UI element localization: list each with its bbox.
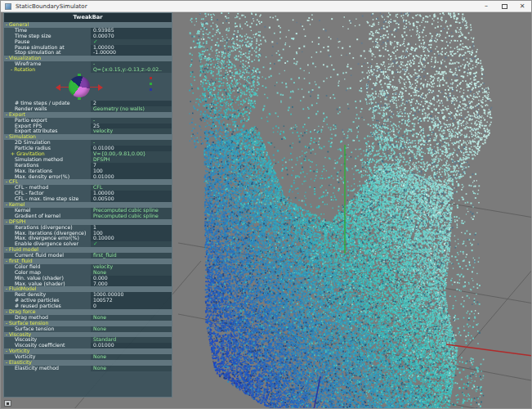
param-row-min-value-shader-[interactable]: Min. value (shader)0.000 xyxy=(4,276,172,281)
param-row-wireframe[interactable]: Wireframe- xyxy=(4,61,172,67)
param-row-enable-divergence-solver[interactable]: Enable divergence solver✓ xyxy=(4,241,172,247)
param-value[interactable]: 7.000 xyxy=(91,281,172,287)
tweakbar-collapse-icon[interactable] xyxy=(4,400,11,407)
group-header-fluid-model[interactable]: -Fluid model xyxy=(4,247,172,253)
param-row-partio-export[interactable]: Partio export- xyxy=(4,118,172,124)
param-value[interactable]: 0.00070 xyxy=(91,34,172,39)
param-value[interactable]: None xyxy=(91,354,172,360)
param-value[interactable]: Precomputed cubic spline xyxy=(91,208,172,213)
param-row-max-value-shader-[interactable]: Max. value (shader)7.000 xyxy=(4,281,172,287)
param-row-elasticity-method[interactable]: Elasticity methodNone xyxy=(4,366,172,371)
param-value[interactable]: CFL xyxy=(91,185,172,191)
close-button[interactable]: ✕ xyxy=(513,1,531,11)
param-row-viscosity[interactable]: ViscosityStandard xyxy=(4,337,172,343)
param-value[interactable]: None xyxy=(91,270,172,276)
param-row-cfl-method[interactable]: CFL - methodCFL xyxy=(4,185,172,191)
param-value[interactable]: 100 xyxy=(91,231,172,236)
param-value[interactable]: 1.00000 xyxy=(91,191,172,196)
param-row-viscosity-coefficient[interactable]: Viscosity coefficient0.01000 xyxy=(4,343,172,348)
param-row-rotation[interactable]: - RotationQ={x:0.15,y:-0.13,z:-0.02.. xyxy=(4,67,172,73)
param-row-max-iterations[interactable]: Max. iterations100 xyxy=(4,169,172,174)
param-value[interactable]: velocity xyxy=(91,264,172,270)
group-header-dfsph[interactable]: -DFSPH xyxy=(4,219,172,225)
param-value[interactable]: 1.00000 xyxy=(91,45,172,51)
param-value[interactable]: 100 xyxy=(91,169,172,174)
param-value[interactable]: 1 xyxy=(91,225,172,231)
param-row-2d-simulation[interactable]: 2D Simulation- xyxy=(4,140,172,146)
param-row-time-step-size[interactable]: Time step size0.00070 xyxy=(4,34,172,39)
param-row-time[interactable]: Time0.93985 xyxy=(4,28,172,34)
param-value[interactable]: ✓ xyxy=(91,241,172,247)
group-header-general[interactable]: -General xyxy=(4,22,172,28)
param-value[interactable]: 0.01000 xyxy=(91,343,172,348)
param-value[interactable]: 0.10000 xyxy=(91,236,172,241)
group-header-surface-tension[interactable]: -Surface tension xyxy=(4,321,172,326)
param-row-max-density-error-[interactable]: Max. density error(%)0.01000 xyxy=(4,174,172,180)
param-row-gradient-of-kernel[interactable]: Gradient of kernelPrecomputed cubic spli… xyxy=(4,213,172,219)
param-value[interactable]: V={0.00,-9.81,0.00} xyxy=(91,151,172,157)
param-value[interactable]: 0.00500 xyxy=(91,196,172,202)
param-value[interactable]: 100572 xyxy=(91,298,172,303)
param-value[interactable]: None xyxy=(91,315,172,321)
param-row-max-iterations-divergence-[interactable]: Max. iterations (divergence)100 xyxy=(4,231,172,236)
arcball-sphere-icon[interactable] xyxy=(69,76,90,97)
param-row-particle-radius[interactable]: Particle radius0.01000 xyxy=(4,146,172,151)
param-row-rest-density[interactable]: Rest density1000.00000 xyxy=(4,292,172,298)
param-value[interactable]: 0.01000 xyxy=(91,174,172,180)
param-value[interactable]: Geometry (no walls) xyxy=(91,106,172,112)
group-header-kernel[interactable]: -Kernel xyxy=(4,202,172,208)
param-row-color-map[interactable]: Color mapNone xyxy=(4,270,172,276)
param-row-stop-simulation-at[interactable]: Stop simulation at-1.00000 xyxy=(4,50,172,56)
param-row-kernel[interactable]: KernelPrecomputed cubic spline xyxy=(4,208,172,213)
group-header-visualization[interactable]: -Visualization xyxy=(4,56,172,61)
param-value[interactable]: first_fluid xyxy=(91,253,172,258)
group-header-vorticity[interactable]: -Vorticity xyxy=(4,348,172,354)
param-value[interactable]: Precomputed cubic spline xyxy=(91,213,172,219)
simulation-viewport[interactable]: TweakBar -GeneralTime0.93985Time step si… xyxy=(1,12,531,408)
tweakbar-panel[interactable]: TweakBar -GeneralTime0.93985Time step si… xyxy=(3,12,172,398)
param-row--time-steps-update[interactable]: # time steps / update2 xyxy=(4,101,172,106)
param-value[interactable]: 0.01000 xyxy=(91,146,172,151)
param-value[interactable]: velocity xyxy=(91,128,172,134)
param-row-drag-method[interactable]: Drag methodNone xyxy=(4,315,172,321)
param-row-cfl-max-time-step-size[interactable]: CFL - max. time step size0.00500 xyxy=(4,196,172,202)
maximize-button[interactable] xyxy=(495,1,513,11)
param-value[interactable]: 7 xyxy=(91,163,172,169)
rotation-arcball[interactable] xyxy=(4,73,172,101)
param-row--active-particles[interactable]: # active particles100572 xyxy=(4,298,172,303)
param-row--reused-particles[interactable]: # reused particles0 xyxy=(4,303,172,309)
param-row-vorticity[interactable]: VorticityNone xyxy=(4,354,172,360)
param-row-simulation-method[interactable]: Simulation methodDFSPH xyxy=(4,157,172,163)
param-value[interactable]: None xyxy=(91,366,172,371)
param-row-iterations[interactable]: Iterations7 xyxy=(4,163,172,169)
group-header-simulation[interactable]: -Simulation xyxy=(4,134,172,140)
param-row-current-fluid-model[interactable]: Current fluid modelfirst_fluid xyxy=(4,253,172,258)
param-row-render-walls[interactable]: Render wallsGeometry (no walls) xyxy=(4,106,172,112)
param-value[interactable]: 0.93985 xyxy=(91,28,172,34)
minimize-button[interactable]: – xyxy=(477,1,495,11)
group-header-cfl[interactable]: -CFL xyxy=(4,179,172,185)
param-row-pause[interactable]: Pause✓ xyxy=(4,39,172,45)
group-header-fluidmodel[interactable]: -FluidModel xyxy=(4,286,172,292)
param-row-gravitation[interactable]: + GravitationV={0.00,-9.81,0.00} xyxy=(4,151,172,157)
param-value[interactable]: -1.00000 xyxy=(91,50,172,56)
param-value[interactable]: Standard xyxy=(91,337,172,343)
param-row-max-divergence-error-[interactable]: Max. divergence error(%)0.10000 xyxy=(4,236,172,241)
param-value[interactable]: ✓ xyxy=(91,39,172,45)
param-row-surface-tension[interactable]: Surface tensionNone xyxy=(4,326,172,332)
param-value[interactable]: - xyxy=(91,140,172,146)
param-value[interactable]: - xyxy=(91,61,172,67)
tweakbar-title[interactable]: TweakBar xyxy=(4,13,172,22)
param-value[interactable]: Q={x:0.15,y:-0.13,z:-0.02.. xyxy=(91,67,172,73)
param-value[interactable]: 2 xyxy=(91,101,172,106)
group-header-drag-force[interactable]: -Drag force xyxy=(4,309,172,315)
param-row-export-attributes[interactable]: Export attributesvelocity xyxy=(4,128,172,134)
group-header-first-fluid[interactable]: -first_fluid xyxy=(4,258,172,264)
param-row-cfl-factor[interactable]: CFL - factor1.00000 xyxy=(4,191,172,196)
param-row-pause-simulation-at[interactable]: Pause simulation at1.00000 xyxy=(4,45,172,51)
param-row-export-fps[interactable]: Export FPS25 xyxy=(4,124,172,129)
group-header-viscosity[interactable]: -Viscosity xyxy=(4,332,172,338)
param-value[interactable]: None xyxy=(91,326,172,332)
param-value[interactable]: 1000.00000 xyxy=(91,292,172,298)
param-value[interactable]: DFSPH xyxy=(91,157,172,163)
